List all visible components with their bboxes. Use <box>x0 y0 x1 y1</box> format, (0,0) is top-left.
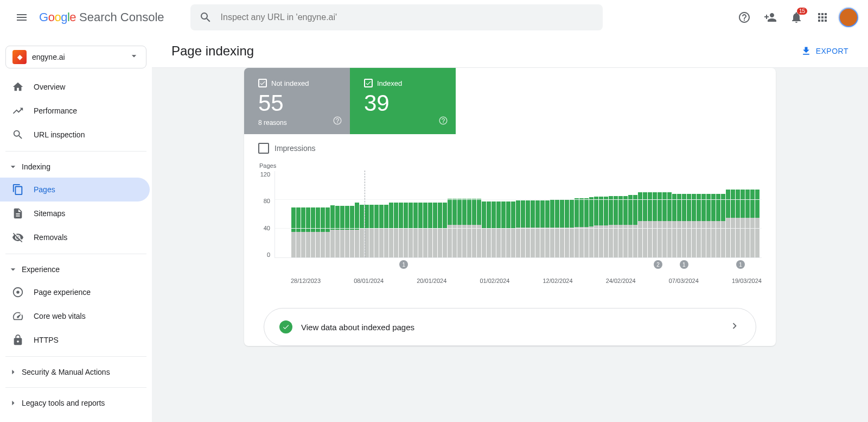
speed-icon <box>12 310 24 322</box>
section-legacy[interactable]: Legacy tools and reports <box>0 392 152 414</box>
section-indexing[interactable]: Indexing <box>0 156 152 178</box>
circle-icon <box>12 286 24 298</box>
search-input[interactable] <box>221 12 594 22</box>
event-marker[interactable]: 1 <box>680 260 688 269</box>
help-icon[interactable] <box>333 116 342 128</box>
not-indexed-reasons: 8 reasons <box>258 119 338 127</box>
impressions-toggle[interactable]: Impressions <box>244 134 776 162</box>
checkbox-checked-icon <box>364 79 373 87</box>
event-markers: 1211 <box>291 260 762 271</box>
sidebar: ◆ engyne.ai Overview Performance URL ins… <box>0 35 152 422</box>
chart-ylabel: Pages <box>259 162 762 169</box>
account-avatar[interactable] <box>838 7 859 28</box>
nav-pages[interactable]: Pages <box>0 178 150 201</box>
chevron-down-icon <box>129 51 139 64</box>
stat-not-indexed[interactable]: Not indexed 55 8 reasons <box>244 68 350 134</box>
trending-icon <box>12 105 24 117</box>
page-title: Page indexing <box>171 43 254 59</box>
indexing-card: Not indexed 55 8 reasons Indexed 39 <box>244 68 776 346</box>
google-logo: Google <box>39 10 76 24</box>
product-name: Search Console <box>79 10 164 24</box>
notifications-button[interactable]: 15 <box>786 7 807 28</box>
event-marker[interactable]: 1 <box>399 260 408 269</box>
url-inspect-search[interactable] <box>190 4 603 30</box>
pages-icon <box>12 184 24 196</box>
export-button[interactable]: EXPORT <box>801 46 848 56</box>
nav-page-experience[interactable]: Page experience <box>0 280 150 304</box>
property-name: engyne.ai <box>32 53 123 61</box>
help-icon[interactable] <box>438 116 448 128</box>
x-axis: 28/12/202308/01/202420/01/202401/02/2024… <box>291 278 762 284</box>
section-experience[interactable]: Experience <box>0 259 152 280</box>
chart-bars <box>275 171 762 258</box>
nav-performance[interactable]: Performance <box>0 99 150 123</box>
search-icon <box>12 129 24 141</box>
help-button[interactable] <box>733 7 755 28</box>
chevron-right-icon <box>8 398 18 408</box>
sitemap-icon <box>12 207 24 219</box>
not-indexed-count: 55 <box>258 92 338 115</box>
notification-badge: 15 <box>797 8 807 15</box>
view-indexed-pages-link[interactable]: View data about indexed pages <box>264 308 756 346</box>
success-icon <box>279 320 292 333</box>
topbar: Google Search Console 15 <box>0 0 868 35</box>
home-icon <box>12 81 24 93</box>
main-menu-button[interactable] <box>9 4 35 30</box>
nav-overview[interactable]: Overview <box>0 75 150 99</box>
nav-core-web-vitals[interactable]: Core web vitals <box>0 304 150 328</box>
topbar-actions: 15 <box>733 7 859 28</box>
property-icon: ◆ <box>12 50 27 64</box>
download-icon <box>801 46 812 56</box>
nav-url-inspection[interactable]: URL inspection <box>0 123 150 147</box>
lock-icon <box>12 334 24 346</box>
stat-indexed[interactable]: Indexed 39 <box>350 68 456 134</box>
chevron-right-icon <box>8 367 18 377</box>
nav-https[interactable]: HTTPS <box>0 328 150 352</box>
y-axis: 12080400 <box>258 171 272 258</box>
nav-removals[interactable]: Removals <box>0 225 150 249</box>
users-button[interactable] <box>760 7 781 28</box>
page-header: Page indexing EXPORT <box>152 35 868 68</box>
product-logo: Google Search Console <box>39 10 164 24</box>
chevron-right-icon <box>729 320 741 334</box>
property-selector[interactable]: ◆ engyne.ai <box>5 46 146 68</box>
event-marker[interactable]: 2 <box>654 260 662 269</box>
indexed-count: 39 <box>364 92 444 115</box>
apps-button[interactable] <box>812 7 833 28</box>
section-security[interactable]: Security & Manual Actions <box>0 361 152 383</box>
chevron-down-icon <box>8 161 18 172</box>
main-content: Page indexing EXPORT Not indexed 55 8 re… <box>152 35 868 422</box>
chart: Pages 12080400 1211 28/12/202308/01/2024… <box>244 162 776 295</box>
visibility-off-icon <box>12 231 24 243</box>
svg-point-0 <box>16 291 20 294</box>
checkbox-unchecked-icon <box>258 143 269 154</box>
checkbox-checked-icon <box>258 79 267 87</box>
chevron-down-icon <box>8 264 18 275</box>
stat-tabs: Not indexed 55 8 reasons Indexed 39 <box>244 68 776 134</box>
nav-sitemaps[interactable]: Sitemaps <box>0 201 150 225</box>
event-marker[interactable]: 1 <box>736 260 745 269</box>
search-icon <box>199 11 212 24</box>
